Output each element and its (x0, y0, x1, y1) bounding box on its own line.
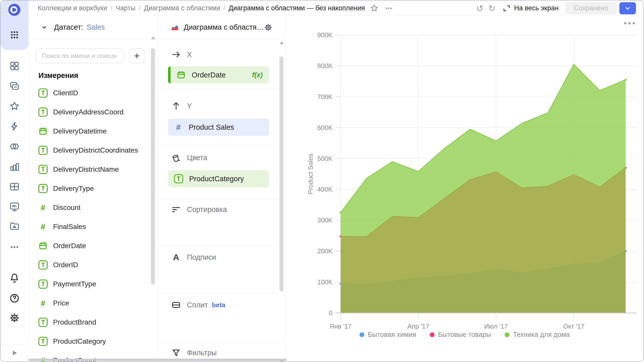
field-row[interactable]: TOrderID (38, 255, 143, 275)
field-row[interactable]: TProductCategory (38, 332, 143, 351)
datalens-logo-icon[interactable] (8, 4, 20, 16)
section-x: X (171, 49, 192, 60)
field-row[interactable]: TDeliveryAddressCoord (38, 103, 143, 122)
expand-rail-button[interactable] (1, 344, 28, 361)
horizontal-scrollbar[interactable] (28, 359, 287, 361)
fullscreen-button[interactable]: На весь экран (503, 4, 559, 12)
chart-type-title[interactable]: Диаграмма с областя… (184, 23, 264, 31)
breadcrumb-more-ellipsis-icon[interactable] (384, 3, 394, 13)
breadcrumb-link[interactable]: Диаграмма с областями (144, 4, 220, 12)
colors-section-label: Цвета (187, 154, 207, 162)
add-field-button[interactable]: + (129, 48, 144, 63)
field-row[interactable]: TClientID (38, 83, 143, 103)
storage-folder-icon[interactable] (9, 220, 20, 232)
section-sort: Сортировка (171, 204, 227, 215)
functions-bolt-icon[interactable] (9, 121, 20, 132)
legend-item[interactable]: Бытовая химия (359, 331, 416, 339)
more-ellipsis-icon[interactable] (9, 241, 20, 253)
split-rows-icon (171, 300, 181, 310)
text-type-icon: T (174, 174, 183, 183)
section-filters: Фильтры (171, 347, 217, 358)
connections-icon[interactable] (9, 141, 20, 152)
breadcrumb-link[interactable]: Чарты (115, 4, 135, 12)
dimensions-title: Измерения (38, 71, 78, 80)
undo-icon[interactable]: ↺ (476, 4, 484, 13)
field-row[interactable]: #FinalSales (38, 217, 143, 236)
chevron-down-icon (624, 5, 631, 12)
breadcrumb: Коллекции и воркбуки/Чарты/Диаграмма с о… (38, 4, 365, 12)
chevron-down-icon (41, 24, 48, 31)
area-chart[interactable]: Янв '17Апр '17Июл '17Окт '170100K200K300… (286, 16, 643, 362)
field-name: DeliveryDatetime (53, 127, 107, 135)
settings-gear-icon[interactable] (9, 312, 20, 324)
field-row[interactable]: TDeliveryDistrictCoordinates (38, 141, 143, 160)
text-type-icon: T (38, 165, 48, 174)
saved-button[interactable]: Сохранено (565, 2, 617, 14)
field-search-input[interactable] (36, 48, 123, 63)
chart-settings-gear-icon[interactable] (264, 22, 272, 33)
breadcrumb-link[interactable]: Коллекции и воркбуки (38, 4, 107, 12)
svg-text:400K: 400K (317, 186, 333, 193)
favorite-star-icon[interactable] (369, 3, 379, 13)
redo-icon[interactable]: ↻ (488, 4, 496, 13)
dataset-label: Датасет: (54, 23, 83, 31)
filter-funnel-icon (171, 347, 181, 358)
text-type-icon: T (38, 108, 48, 117)
legend-item[interactable]: Бытовые товары (430, 331, 491, 339)
y-field-pill[interactable]: # Product Sales (168, 119, 269, 136)
breadcrumb-separator: / (139, 4, 141, 12)
text-type-icon: T (38, 280, 48, 289)
field-row[interactable]: TDeliveryType (38, 179, 143, 198)
field-row[interactable]: DeliveryDatetime (38, 122, 143, 141)
svg-text:Апр '17: Апр '17 (408, 323, 429, 330)
collections-icon[interactable] (9, 60, 20, 72)
help-icon[interactable] (9, 293, 20, 304)
text-type-icon: T (38, 184, 48, 193)
field-row[interactable]: TDeliveryDistrictName (38, 160, 143, 179)
filters-section-label: Фильтры (187, 349, 217, 357)
chart-panel: Янв '17Апр '17Июл '17Окт '170100K200K300… (286, 16, 643, 361)
dataset-scrollbar[interactable] (150, 41, 156, 358)
arrow-up-icon (171, 101, 181, 111)
notifications-bell-icon[interactable] (9, 273, 20, 284)
field-name: OrderDate (53, 242, 86, 250)
field-name: ProductCategory (53, 337, 106, 345)
field-name: FinalSales (53, 223, 86, 231)
save-dropdown-button[interactable] (619, 2, 636, 14)
dataset-header[interactable]: Датасет: Sales (28, 16, 158, 39)
svg-text:700K: 700K (317, 93, 333, 101)
favorites-star-icon[interactable] (9, 101, 20, 112)
apps-grid-icon[interactable] (9, 29, 20, 40)
number-hash-icon: # (174, 123, 183, 132)
chart-areas (340, 64, 627, 313)
field-accent-bar (168, 66, 171, 83)
legend-item[interactable]: Техника для дома (505, 331, 570, 339)
field-name: ClientID (53, 89, 78, 97)
svg-text:600K: 600K (317, 124, 333, 131)
field-row[interactable]: OrderDate (38, 236, 143, 255)
field-row[interactable]: TProductBrand (38, 313, 143, 332)
field-name: Price (53, 299, 69, 307)
dataset-name-link[interactable]: Sales (87, 23, 105, 31)
field-row[interactable]: TPaymentType (38, 275, 143, 294)
paint-bucket-icon (171, 152, 181, 163)
field-row[interactable]: #Discount (38, 198, 143, 217)
charts-icon[interactable] (9, 161, 20, 172)
colors-field-pill[interactable]: T ProductCategory (168, 170, 269, 187)
datasets-table-icon[interactable] (9, 181, 20, 192)
x-field-name: OrderDate (192, 71, 226, 79)
dashboards-monitor-icon[interactable] (9, 201, 20, 212)
section-split: Сплит beta (171, 300, 225, 310)
workbooks-icon[interactable] (9, 80, 20, 92)
svg-text:800K: 800K (317, 62, 333, 70)
chart-config-panel: Диаграмма с областя… X OrderDate f(x) (158, 16, 286, 361)
x-field-pill[interactable]: OrderDate f(x) (168, 66, 269, 83)
formula-fx-icon[interactable]: f(x) (252, 71, 263, 79)
beta-badge: beta (212, 301, 225, 309)
field-row[interactable]: #Price (38, 294, 143, 313)
x-section-label: X (187, 51, 192, 59)
chart-more-ellipsis-icon[interactable] (624, 22, 635, 24)
dataset-panel: Датасет: Sales + Измерения TClientIDTDel… (28, 16, 158, 361)
svg-text:100K: 100K (317, 278, 333, 286)
config-scrollbar[interactable] (279, 46, 285, 358)
